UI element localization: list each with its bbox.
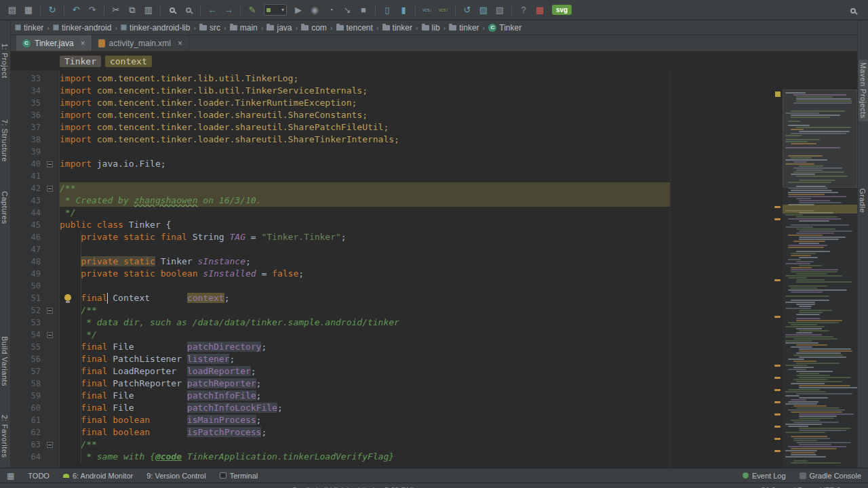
toolwindow-gradle-console[interactable]: Gradle Console <box>800 472 861 480</box>
toolwindow-button-2-favorites[interactable]: 2: Favorites <box>1 415 9 458</box>
fold-gutter[interactable] <box>41 207 60 219</box>
fold-gutter[interactable] <box>41 451 60 463</box>
line-number[interactable]: 48 <box>11 256 41 268</box>
fold-gutter[interactable] <box>41 182 60 195</box>
search-everywhere-icon[interactable] <box>845 1 861 21</box>
vcs-update-icon[interactable]: vcs↓ <box>419 0 435 20</box>
code-line[interactable]: 50 <box>11 280 773 292</box>
make-project-icon[interactable]: ✎ <box>244 0 260 20</box>
code-area[interactable]: 33import com.tencent.tinker.lib.util.Tin… <box>11 70 857 468</box>
line-number[interactable]: 49 <box>11 268 41 280</box>
code-line[interactable]: 59 final File patchInfoFile; <box>11 390 773 402</box>
project-structure-icon[interactable]: ▧ <box>492 0 508 20</box>
breadcrumb-item[interactable]: tinker <box>382 23 412 33</box>
line-number[interactable]: 64 <box>11 451 41 463</box>
error-stripe[interactable] <box>773 89 783 468</box>
fold-gutter[interactable] <box>41 231 60 243</box>
line-number[interactable]: 55 <box>11 341 41 353</box>
fold-gutter[interactable] <box>41 365 60 378</box>
line-number[interactable]: 43 <box>11 195 41 207</box>
code-line[interactable]: 61 final boolean isMainProcess; <box>11 414 773 426</box>
code-line[interactable]: 54 */ <box>11 329 773 341</box>
redo-icon[interactable]: ↷ <box>84 0 100 20</box>
stripe-mark[interactable] <box>774 413 781 415</box>
code-line[interactable]: 38import com.tencent.tinker.loader.share… <box>11 134 773 146</box>
line-number[interactable]: 36 <box>11 109 41 121</box>
copy-icon[interactable]: ⧉ <box>124 0 140 20</box>
fold-gutter[interactable] <box>41 268 60 280</box>
editor-breadcrumb-Tinker[interactable]: Tinker <box>60 56 101 67</box>
line-number[interactable]: 52 <box>11 304 41 317</box>
code-line[interactable]: 60 final File patchInfoLockFile; <box>11 402 773 414</box>
breadcrumb-item[interactable]: src <box>199 23 220 33</box>
code-line[interactable]: 47 <box>11 243 773 256</box>
toolwindow-button-build-variants[interactable]: Build Variants <box>1 336 9 386</box>
code-line[interactable]: 58 final PatchReporter patchReporter; <box>11 378 773 390</box>
fold-gutter[interactable] <box>41 426 60 439</box>
stripe-mark[interactable] <box>774 279 781 281</box>
stripe-mark[interactable] <box>774 389 781 391</box>
line-number[interactable]: 37 <box>11 121 41 134</box>
line-number[interactable]: 60 <box>11 402 41 414</box>
fold-marker-icon[interactable] <box>47 161 53 167</box>
editor-breadcrumb-context[interactable]: context <box>105 56 152 67</box>
svg-plugin-badge[interactable]: svg <box>552 5 572 15</box>
fold-gutter[interactable] <box>41 85 60 97</box>
line-number[interactable]: 54 <box>11 329 41 341</box>
breadcrumb-item[interactable]: java <box>267 23 292 33</box>
line-number[interactable]: 61 <box>11 414 41 426</box>
line-number[interactable]: 42 <box>11 182 41 195</box>
toolwindow-android-monitor[interactable]: 6: Android Monitor <box>63 472 133 480</box>
breadcrumb-item[interactable]: main <box>230 23 258 33</box>
fold-gutter[interactable] <box>41 390 60 402</box>
stripe-mark[interactable] <box>774 450 781 452</box>
tab-tinker-java[interactable]: CTinker.java× <box>16 35 92 51</box>
find-icon[interactable] <box>164 0 180 20</box>
code-line[interactable]: 41 <box>11 170 773 182</box>
breadcrumb-item[interactable]: tinker <box>15 23 43 33</box>
breadcrumb-item[interactable]: lib <box>422 23 440 33</box>
tab-activity-main-xml[interactable]: activity_main.xml× <box>92 35 189 51</box>
code-line[interactable]: 34import com.tencent.tinker.lib.util.Tin… <box>11 85 773 97</box>
breadcrumb-item[interactable]: tencent <box>336 23 373 33</box>
fold-gutter[interactable] <box>41 195 60 207</box>
line-number[interactable]: 40 <box>11 158 41 170</box>
plugin-icon[interactable]: ▩ <box>532 0 548 20</box>
stripe-mark[interactable] <box>774 218 781 220</box>
coverage-icon[interactable]: ◔ <box>323 0 339 20</box>
attach-debugger-icon[interactable]: ↘ <box>339 0 355 20</box>
line-number[interactable]: 58 <box>11 378 41 390</box>
toolwindow-button-gradle[interactable]: Gradle <box>859 188 867 213</box>
stripe-mark[interactable] <box>774 426 781 428</box>
fold-gutter[interactable] <box>41 341 60 353</box>
breadcrumb-item[interactable]: com <box>301 23 327 33</box>
line-number[interactable]: 57 <box>11 365 41 378</box>
toolwindow-event-log[interactable]: Event Log <box>743 472 786 480</box>
minimap[interactable] <box>783 89 857 468</box>
toolwindow-switcher-icon[interactable]: ▦ <box>7 471 14 481</box>
fold-gutter[interactable] <box>41 146 60 158</box>
run-icon[interactable]: ▶ <box>290 0 307 20</box>
close-icon[interactable]: × <box>178 39 182 48</box>
close-icon[interactable]: × <box>81 39 85 48</box>
fold-gutter[interactable] <box>41 439 60 451</box>
synchronize-icon[interactable]: ↻ <box>44 0 60 20</box>
code-line[interactable]: 53 * data dir, such as /data/data/tinker… <box>11 317 773 329</box>
android-device-monitor-icon[interactable]: ▮ <box>395 0 412 20</box>
line-number[interactable]: 51 <box>11 292 41 304</box>
fold-gutter[interactable] <box>41 329 60 341</box>
fold-gutter[interactable] <box>41 97 60 109</box>
fold-gutter[interactable] <box>41 317 60 329</box>
cut-icon[interactable]: ✂ <box>108 0 124 20</box>
fold-marker-icon[interactable] <box>47 308 53 314</box>
stripe-mark[interactable] <box>774 206 781 208</box>
fold-gutter[interactable] <box>41 256 60 268</box>
code-line[interactable]: 62 final boolean isPatchProcess; <box>11 426 773 439</box>
breadcrumb-item[interactable]: tinker <box>449 23 479 33</box>
code-line[interactable]: 33import com.tencent.tinker.lib.util.Tin… <box>11 73 773 85</box>
toolwindow-button-captures[interactable]: Captures <box>1 191 9 224</box>
stripe-mark[interactable] <box>774 316 781 318</box>
vcs-commit-icon[interactable]: vcs↑ <box>435 0 452 20</box>
code-line[interactable]: 48 private static Tinker sInstance; <box>11 256 773 268</box>
toolwindow-version-control[interactable]: 9: Version Control <box>146 472 205 480</box>
